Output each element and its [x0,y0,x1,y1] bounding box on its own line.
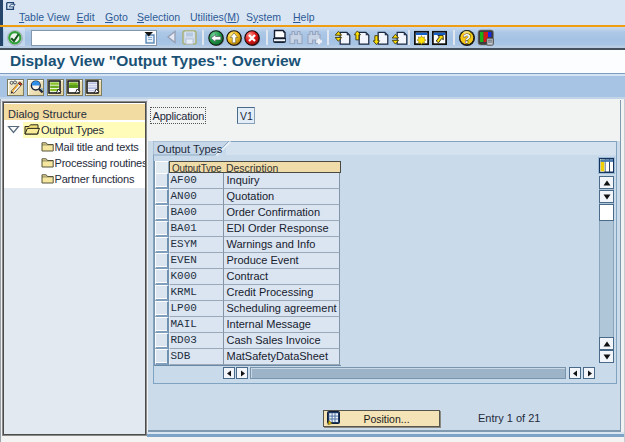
svg-text:?: ? [463,31,471,46]
